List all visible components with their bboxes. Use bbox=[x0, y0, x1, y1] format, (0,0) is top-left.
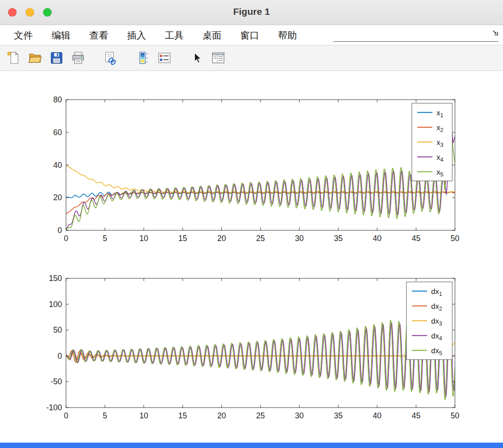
svg-text:60: 60 bbox=[53, 128, 62, 137]
svg-text:45: 45 bbox=[412, 411, 420, 420]
svg-text:5: 5 bbox=[103, 234, 107, 243]
property-inspector-icon bbox=[211, 51, 225, 65]
insert-legend-icon bbox=[157, 51, 172, 65]
open-file-icon bbox=[28, 51, 42, 65]
svg-text:10: 10 bbox=[139, 234, 148, 243]
svg-text:0: 0 bbox=[64, 234, 68, 243]
svg-text:30: 30 bbox=[295, 234, 304, 243]
property-inspector-button[interactable] bbox=[210, 49, 226, 66]
svg-text:150: 150 bbox=[49, 274, 62, 283]
menu-item-help[interactable]: 帮助 bbox=[269, 29, 306, 42]
svg-text:20: 20 bbox=[53, 193, 62, 202]
open-file-button[interactable] bbox=[27, 49, 43, 66]
insert-legend-button[interactable] bbox=[156, 49, 172, 66]
figure-canvas: 05101520253035404550020406080x1x2x3x4x50… bbox=[0, 71, 503, 443]
svg-text:0: 0 bbox=[64, 411, 68, 420]
svg-text:5: 5 bbox=[103, 411, 107, 420]
svg-text:35: 35 bbox=[334, 411, 342, 420]
menu-item-edit[interactable]: 编辑 bbox=[42, 29, 80, 42]
link-plot-button[interactable] bbox=[102, 49, 119, 66]
svg-text:35: 35 bbox=[334, 234, 342, 243]
svg-text:40: 40 bbox=[373, 411, 382, 420]
derivatives-plot: 05101520253035404550-100-50050100150dx1d… bbox=[46, 274, 459, 420]
edit-plot-icon bbox=[190, 51, 204, 65]
edit-plot-button[interactable] bbox=[189, 49, 205, 66]
svg-text:50: 50 bbox=[450, 411, 459, 420]
svg-text:80: 80 bbox=[53, 95, 62, 104]
svg-text:15: 15 bbox=[178, 234, 187, 243]
menubar-divider bbox=[333, 41, 499, 42]
svg-text:100: 100 bbox=[49, 300, 62, 309]
svg-text:-50: -50 bbox=[51, 377, 62, 386]
menu-item-desktop[interactable]: 桌面 bbox=[193, 29, 231, 42]
plots-svg: 05101520253035404550020406080x1x2x3x4x50… bbox=[0, 71, 503, 443]
insert-colorbar-icon bbox=[136, 51, 150, 65]
new-figure-button[interactable] bbox=[5, 49, 22, 66]
dock-figure-icon[interactable] bbox=[491, 29, 499, 37]
svg-text:45: 45 bbox=[412, 234, 420, 243]
window-title: Figure 1 bbox=[0, 6, 503, 17]
svg-text:30: 30 bbox=[295, 411, 304, 420]
derivatives-legend[interactable]: dx1dx2dx3dx4dx5 bbox=[406, 282, 452, 360]
title-bar: Figure 1 bbox=[0, 0, 503, 25]
new-figure-icon bbox=[6, 51, 21, 65]
svg-text:50: 50 bbox=[450, 234, 459, 243]
svg-text:20: 20 bbox=[217, 234, 226, 243]
save-figure-icon bbox=[49, 51, 64, 65]
link-plot-icon bbox=[103, 51, 118, 65]
print-figure-button[interactable] bbox=[70, 49, 86, 66]
save-figure-button[interactable] bbox=[49, 49, 65, 66]
svg-text:0: 0 bbox=[57, 226, 62, 235]
svg-text:40: 40 bbox=[53, 161, 62, 170]
menu-bar: 文件编辑查看插入工具桌面窗口帮助 bbox=[0, 26, 503, 45]
svg-text:10: 10 bbox=[139, 411, 148, 420]
menu-item-window[interactable]: 窗口 bbox=[231, 29, 269, 42]
svg-text:15: 15 bbox=[178, 411, 187, 420]
menu-item-insert[interactable]: 插入 bbox=[118, 29, 155, 42]
insert-colorbar-button[interactable] bbox=[135, 49, 151, 66]
svg-text:25: 25 bbox=[256, 411, 265, 420]
svg-text:50: 50 bbox=[53, 325, 62, 334]
bottom-accent-bar bbox=[0, 443, 503, 448]
svg-text:20: 20 bbox=[217, 411, 226, 420]
svg-text:25: 25 bbox=[256, 234, 265, 243]
svg-text:40: 40 bbox=[373, 234, 382, 243]
states-plot: 05101520253035404550020406080x1x2x3x4x5 bbox=[53, 95, 459, 243]
print-figure-icon bbox=[71, 51, 85, 65]
menu-item-file[interactable]: 文件 bbox=[4, 29, 42, 42]
svg-text:0: 0 bbox=[57, 351, 62, 360]
svg-text:-100: -100 bbox=[46, 403, 62, 412]
menu-item-tools[interactable]: 工具 bbox=[155, 29, 193, 42]
figure-toolbar bbox=[0, 45, 503, 71]
states-legend[interactable]: x1x2x3x4x5 bbox=[412, 103, 452, 181]
menu-item-view[interactable]: 查看 bbox=[80, 29, 118, 42]
